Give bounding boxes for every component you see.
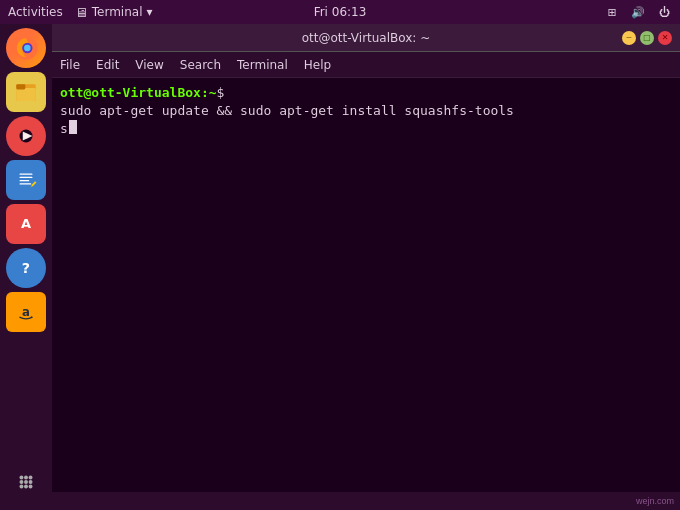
maximize-button[interactable]: □ xyxy=(640,31,654,45)
window-title: ott@ott-VirtualBox: ~ xyxy=(110,31,622,45)
menu-view[interactable]: View xyxy=(135,58,163,72)
svg-text:?: ? xyxy=(22,260,30,276)
dock-files[interactable] xyxy=(6,72,46,112)
menu-bar: File Edit View Search Terminal Help xyxy=(52,52,680,78)
dock-help[interactable]: ? xyxy=(6,248,46,288)
terminal-command-line: ott@ott-VirtualBox:~$ sudo apt-get updat… xyxy=(60,84,672,120)
terminal-monitor-icon: 🖥 xyxy=(75,5,88,20)
activities-button[interactable]: Activities xyxy=(8,5,63,19)
power-icon[interactable]: ⏻ xyxy=(656,4,672,20)
svg-point-29 xyxy=(29,485,33,489)
network-icon[interactable]: ⊞ xyxy=(604,4,620,20)
prompt-path: :~ xyxy=(201,84,217,102)
svg-text:a: a xyxy=(22,305,30,319)
close-button[interactable]: ✕ xyxy=(658,31,672,45)
svg-rect-12 xyxy=(20,177,33,178)
system-bar: Activities 🖥 Terminal ▾ Fri 06:13 ⊞ 🔊 ⏻ xyxy=(0,0,680,24)
volume-icon[interactable]: 🔊 xyxy=(630,4,646,20)
terminal-command-continuation: s xyxy=(60,120,672,138)
titlebar: ott@ott-VirtualBox: ~ ─ □ ✕ xyxy=(52,24,680,52)
svg-point-2 xyxy=(24,45,31,52)
svg-point-26 xyxy=(29,480,33,484)
svg-rect-13 xyxy=(20,180,30,181)
svg-point-25 xyxy=(24,480,28,484)
prompt-symbol: $ xyxy=(217,84,225,102)
dock-writer[interactable] xyxy=(6,160,46,200)
system-tray: ⊞ 🔊 ⏻ xyxy=(604,4,672,20)
svg-point-24 xyxy=(20,480,24,484)
dock-amazon[interactable]: a xyxy=(6,292,46,332)
dock: A ? a xyxy=(0,24,52,510)
svg-rect-4 xyxy=(16,88,36,101)
dock-firefox[interactable] xyxy=(6,28,46,68)
dock-music[interactable] xyxy=(6,116,46,156)
menu-terminal[interactable]: Terminal xyxy=(237,58,288,72)
svg-point-21 xyxy=(20,476,24,480)
command-continuation: s xyxy=(60,120,68,138)
terminal-arrow-icon: ▾ xyxy=(146,5,152,19)
status-bar: wejn.com xyxy=(52,492,680,510)
watermark: wejn.com xyxy=(636,496,674,506)
dock-show-apps[interactable] xyxy=(6,462,46,502)
svg-rect-5 xyxy=(16,84,25,89)
window-controls: ─ □ ✕ xyxy=(622,31,672,45)
svg-point-28 xyxy=(24,485,28,489)
dock-appstore[interactable]: A xyxy=(6,204,46,244)
svg-rect-11 xyxy=(20,174,33,175)
menu-help[interactable]: Help xyxy=(304,58,331,72)
clock: Fri 06:13 xyxy=(314,5,367,19)
minimize-button[interactable]: ─ xyxy=(622,31,636,45)
terminal-content[interactable]: ott@ott-VirtualBox:~$ sudo apt-get updat… xyxy=(52,78,680,492)
svg-point-23 xyxy=(29,476,33,480)
prompt-user: ott@ott-VirtualBox xyxy=(60,84,201,102)
svg-rect-14 xyxy=(20,183,32,184)
desktop: A ? a xyxy=(0,24,680,510)
terminal-label-text: Terminal xyxy=(92,5,143,19)
system-bar-left: Activities 🖥 Terminal ▾ xyxy=(8,5,153,20)
svg-point-27 xyxy=(20,485,24,489)
command-text: sudo apt-get update && sudo apt-get inst… xyxy=(60,102,514,120)
svg-point-22 xyxy=(24,476,28,480)
terminal-indicator: 🖥 Terminal ▾ xyxy=(75,5,153,20)
menu-edit[interactable]: Edit xyxy=(96,58,119,72)
svg-text:A: A xyxy=(21,216,31,231)
terminal-cursor xyxy=(69,120,77,134)
menu-file[interactable]: File xyxy=(60,58,80,72)
menu-search[interactable]: Search xyxy=(180,58,221,72)
terminal-window: ott@ott-VirtualBox: ~ ─ □ ✕ File Edit Vi… xyxy=(52,24,680,510)
